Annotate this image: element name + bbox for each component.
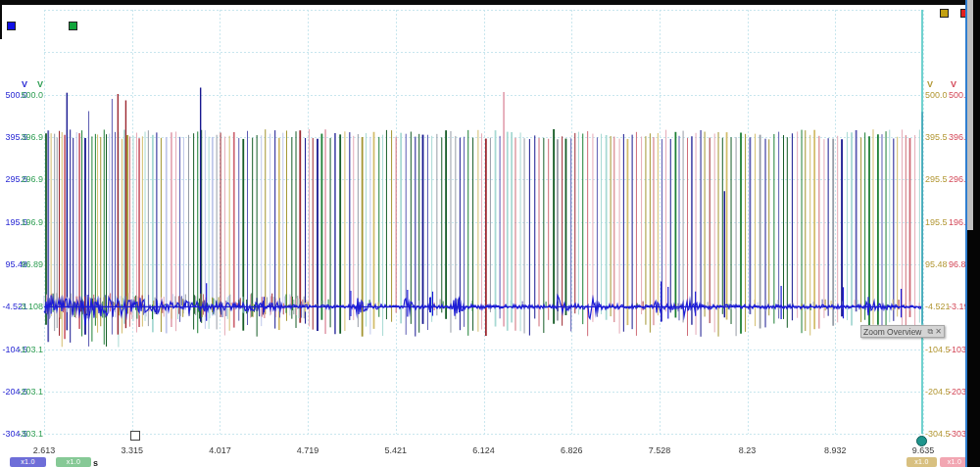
close-icon[interactable]: ✕ [935,327,942,337]
zoom-overview-title: Zoom Overview [863,327,926,337]
float-window-icon[interactable]: ⧉ [928,327,934,337]
window-right-border [965,0,967,467]
window-top-border [0,0,980,5]
x-axis-unit: s [93,458,98,467]
scope-window: V V V V 500.0395.5295.5195.595.48-4.521-… [0,0,980,467]
axis-tick-label: 296.9 [0,174,43,184]
axis-corner-marker-dot[interactable] [916,436,927,446]
backdrop [973,0,980,230]
axis-tick-label: 96.89 [0,259,43,269]
axis-tick-label: -303.1 [0,429,43,439]
channel-b-indicator-icon[interactable] [69,22,77,30]
zoom-overview-titlebar[interactable]: Zoom Overview ⧉ ✕ [860,325,945,338]
channel-c-scale-badge[interactable]: x1.0 [906,457,937,467]
backdrop [967,230,980,467]
left-axis-green-scale[interactable]: 500.0396.9296.9196.996.89-3.108-103.1-20… [0,0,43,467]
axis-tick-label: 500.0 [0,90,43,100]
axis-tick-label: -103.1 [0,345,43,354]
axis-tick-label: -203.1 [0,387,43,397]
selection-handle[interactable] [130,431,140,441]
channel-a-scale-badge[interactable]: x1.0 [10,457,46,467]
axis-tick-label: -3.108 [0,302,43,311]
waveform-plot-canvas[interactable] [0,0,980,467]
axis-tick-label: 396.9 [0,132,43,142]
axis-tick-label: 196.9 [0,217,43,227]
channel-b-scale-badge[interactable]: x1.0 [56,457,91,467]
